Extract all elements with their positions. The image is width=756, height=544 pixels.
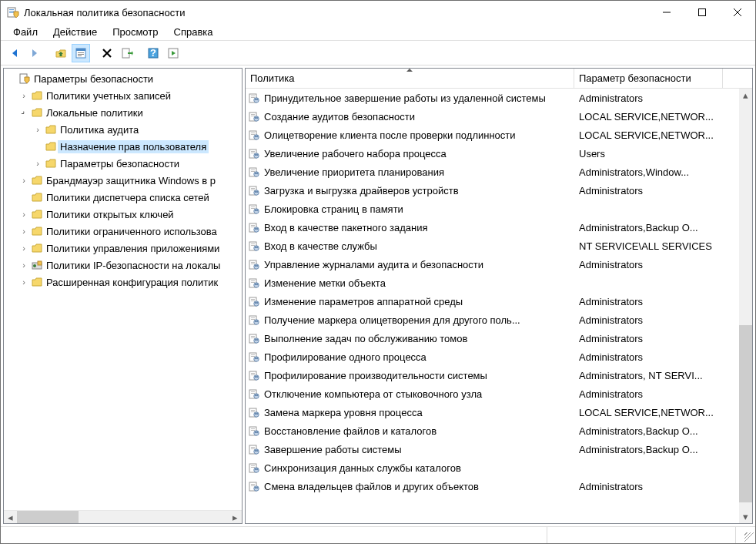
policy-row[interactable]: Завершение работы системыAdministrators,… — [246, 440, 739, 458]
tree-srp[interactable]: › Политики ограниченного использова — [4, 223, 242, 240]
scrollbar-track[interactable] — [739, 102, 752, 510]
svg-point-56 — [254, 190, 259, 195]
policy-row[interactable]: Замена маркера уровня процессаLOCAL SERV… — [246, 403, 739, 421]
menu-view[interactable]: Просмотр — [105, 25, 166, 39]
tree-ipsec[interactable]: › Политики IP-безопасности на локалы — [4, 257, 242, 274]
list-vertical-scrollbar[interactable]: ▴ ▾ — [739, 89, 752, 523]
policy-row[interactable]: Получение маркера олицетворения для друг… — [246, 311, 739, 329]
expand-icon[interactable]: › — [18, 277, 30, 287]
tree-local-policies[interactable]: › Локальные политики — [4, 104, 242, 121]
close-button[interactable] — [720, 1, 755, 24]
tree-public-key[interactable]: › Политики открытых ключей — [4, 206, 242, 223]
tree-root[interactable]: Параметры безопасности — [4, 70, 242, 87]
collapse-icon[interactable]: › — [16, 105, 32, 120]
tree-horizontal-scrollbar[interactable]: ◂ ▸ — [4, 510, 242, 523]
policy-icon — [246, 240, 263, 252]
menu-action[interactable]: Действие — [45, 25, 105, 39]
policy-row[interactable]: Создание аудитов безопасностиLOCAL SERVI… — [246, 107, 739, 126]
policy-row[interactable]: Управление журналами аудита и безопаснос… — [246, 255, 739, 274]
svg-rect-1 — [9, 9, 14, 10]
policy-name: Восстановление файлов и каталогов — [263, 425, 574, 437]
policy-row[interactable]: Профилирование производительности систем… — [246, 366, 739, 384]
expand-icon[interactable]: › — [18, 243, 30, 253]
svg-rect-25 — [251, 97, 255, 98]
policy-row[interactable]: Смена владельцев файлов и других объекто… — [246, 477, 739, 495]
svg-point-62 — [254, 209, 259, 213]
policy-row[interactable]: Синхронизация данных службы каталогов — [246, 458, 739, 477]
policy-icon — [246, 258, 263, 270]
column-label: Политика — [250, 72, 295, 84]
policy-row[interactable]: Олицетворение клиента после проверки под… — [246, 126, 739, 144]
svg-rect-48 — [251, 170, 255, 170]
expand-icon[interactable]: › — [18, 260, 30, 270]
tree-account-policies[interactable]: › Политики учетных записей — [4, 87, 242, 104]
svg-point-52 — [256, 173, 258, 174]
policy-row[interactable]: Увеличение приоритета планированияAdmini… — [246, 163, 739, 181]
policy-row[interactable]: Изменение метки объекта — [246, 274, 739, 292]
svg-point-98 — [254, 320, 259, 324]
scroll-left-icon[interactable]: ◂ — [4, 511, 17, 524]
policy-icon — [246, 110, 263, 123]
tree-audit-policy[interactable]: › Политика аудита — [4, 121, 242, 138]
title-bar: Локальная политика безопасности — [1, 1, 755, 24]
policy-value: Administrators — [574, 481, 723, 492]
delete-button[interactable] — [98, 44, 116, 62]
policy-icon — [246, 314, 263, 326]
forward-button[interactable] — [25, 44, 44, 62]
tree-nlm[interactable]: Политики диспетчера списка сетей — [4, 189, 242, 206]
tree-label: Политики учетных записей — [44, 89, 173, 102]
policy-row[interactable]: Принудительное завершение работы из удал… — [246, 89, 739, 107]
tree-acr[interactable]: › Политики управления приложениями — [4, 240, 242, 257]
column-header-policy[interactable]: Политика — [246, 69, 574, 88]
scroll-down-icon[interactable]: ▾ — [739, 510, 752, 523]
svg-point-27 — [255, 99, 256, 100]
maximize-button[interactable] — [684, 1, 720, 24]
expand-icon[interactable]: › — [18, 210, 30, 219]
policy-row[interactable]: Загрузка и выгрузка драйверов устройствA… — [246, 181, 739, 200]
policy-row[interactable]: Блокировка страниц в памяти — [246, 200, 739, 218]
tree-security-options[interactable]: › Параметры безопасности — [4, 155, 242, 172]
properties-button[interactable] — [72, 44, 90, 62]
expand-icon[interactable]: › — [32, 159, 44, 168]
help-button[interactable]: ? — [144, 44, 162, 62]
scrollbar-track[interactable] — [17, 511, 229, 524]
svg-rect-108 — [251, 354, 255, 355]
expand-icon[interactable]: › — [18, 91, 30, 100]
expand-icon[interactable]: › — [18, 227, 30, 236]
svg-point-88 — [256, 284, 258, 285]
policy-row[interactable]: Профилирование одного процессаAdministra… — [246, 348, 739, 366]
policy-row[interactable]: Восстановление файлов и каталоговAdminis… — [246, 421, 739, 440]
export-button[interactable] — [118, 44, 136, 62]
policy-row[interactable]: Выполнение задач по обслуживанию томовAd… — [246, 329, 739, 348]
up-folder-button[interactable] — [52, 44, 70, 62]
policy-row[interactable]: Вход в качестве пакетного заданияAdminis… — [246, 218, 739, 237]
menu-help[interactable]: Справка — [166, 25, 221, 39]
menu-file[interactable]: Файл — [5, 25, 45, 39]
policy-row[interactable]: Изменение параметров аппаратной средыAdm… — [246, 292, 739, 311]
minimize-button[interactable] — [649, 1, 684, 24]
policy-name: Отключение компьютера от стыковочного уз… — [263, 388, 574, 400]
policy-row[interactable]: Вход в качестве службыNT SERVICE\ALL SER… — [246, 237, 739, 255]
tree-advanced[interactable]: › Расширенная конфигурация политик — [4, 274, 242, 290]
policy-row[interactable]: Увеличение рабочего набора процессаUsers — [246, 144, 739, 163]
svg-point-70 — [256, 228, 258, 230]
resize-grip[interactable] — [736, 527, 755, 543]
scrollbar-thumb[interactable] — [739, 325, 752, 502]
scroll-up-icon[interactable]: ▴ — [739, 89, 752, 102]
list-rows[interactable]: Принудительное завершение работы из удал… — [246, 89, 739, 523]
scrollbar-thumb[interactable] — [17, 511, 79, 524]
tree-label: Локальные политики — [44, 106, 146, 119]
scroll-right-icon[interactable]: ▸ — [229, 511, 242, 524]
policy-row[interactable]: Отключение компьютера от стыковочного уз… — [246, 384, 739, 403]
run-button[interactable] — [164, 44, 182, 62]
svg-rect-133 — [251, 430, 255, 431]
back-button[interactable] — [5, 44, 24, 62]
policy-name: Получение маркера олицетворения для друг… — [263, 314, 574, 326]
tree-firewall[interactable]: › Брандмауэр защитника Windows в р — [4, 172, 242, 189]
svg-point-39 — [255, 136, 256, 137]
tree-user-rights[interactable]: Назначение прав пользователя — [4, 138, 242, 155]
expand-icon[interactable]: › — [18, 176, 30, 185]
column-header-param[interactable]: Параметр безопасности — [574, 69, 723, 88]
tree-view[interactable]: Параметры безопасности › Политики учетны… — [4, 69, 242, 510]
expand-icon[interactable]: › — [32, 125, 44, 134]
